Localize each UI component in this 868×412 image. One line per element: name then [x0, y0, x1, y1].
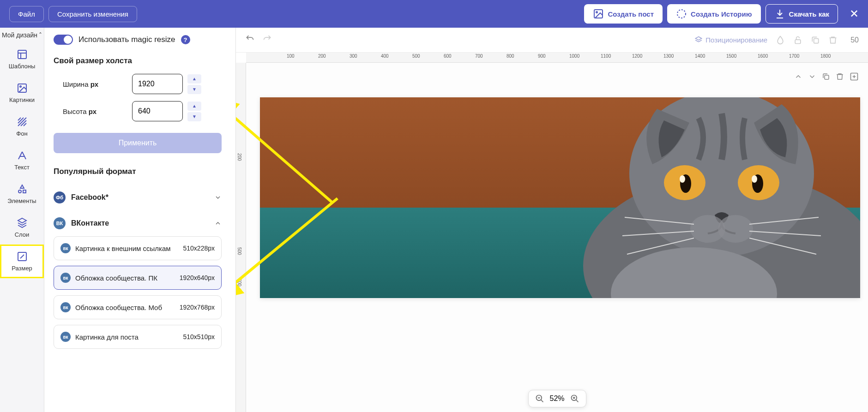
preset-dims: 1920x768px: [180, 304, 215, 311]
left-sidebar: Мой дизайн ˄ Шаблоны Картинки Фон Текст …: [0, 28, 44, 412]
add-page-icon[interactable]: [850, 72, 859, 81]
width-label: Ширина px: [54, 80, 127, 88]
vk-icon: вк: [60, 243, 71, 253]
duplicate-icon[interactable]: [822, 72, 830, 81]
hatch-icon: [17, 116, 28, 127]
zoom-in-icon[interactable]: [570, 394, 579, 403]
svg-rect-10: [814, 38, 819, 43]
height-input[interactable]: [132, 101, 183, 121]
preset-dims: 510x510px: [183, 333, 215, 340]
nav-size[interactable]: Размер: [0, 245, 44, 278]
redo-icon[interactable]: [263, 36, 272, 45]
nav-templates[interactable]: Шаблоны: [0, 42, 44, 76]
svg-point-2: [677, 10, 686, 18]
width-input[interactable]: [132, 74, 183, 94]
download-icon: [774, 8, 785, 19]
design-label[interactable]: Мой дизайн ˄: [0, 28, 44, 42]
help-icon[interactable]: ?: [181, 35, 190, 44]
svg-rect-7: [23, 190, 26, 193]
svg-rect-3: [18, 50, 26, 59]
positioning-button[interactable]: Позиционирование: [694, 36, 767, 44]
width-down-button[interactable]: ▼: [187, 85, 201, 94]
preset-dims: 510x228px: [183, 245, 215, 252]
download-button[interactable]: Скачать как: [766, 4, 838, 24]
vk-icon: ВК: [54, 217, 66, 229]
chevron-up-icon: ˄: [39, 31, 42, 39]
page-up-icon[interactable]: [794, 72, 802, 81]
page-down-icon[interactable]: [808, 72, 816, 81]
images-icon: [17, 83, 28, 94]
zoom-widget: 52%: [528, 390, 586, 407]
preset-name: Картинка к внешним ссылкам: [75, 245, 178, 252]
nav-background[interactable]: Фон: [0, 110, 44, 143]
svg-point-5: [20, 86, 21, 87]
platform-vk[interactable]: ВК ВКонтакте: [54, 210, 222, 236]
preset-item[interactable]: вк Картинка для поста 510x510px: [54, 325, 222, 349]
platform-facebook[interactable]: Фб Facebook*: [54, 185, 222, 210]
preset-name: Картинка для поста: [75, 333, 178, 341]
svg-point-19: [680, 175, 685, 183]
svg-point-1: [596, 12, 597, 13]
zoom-reset[interactable]: 50: [850, 36, 859, 44]
magic-resize-label: Использовать magic resize: [78, 35, 175, 44]
layers-icon: [694, 36, 703, 44]
resize-icon: [17, 251, 28, 262]
preset-item[interactable]: вк Обложка сообщества. ПК 1920x640px: [54, 266, 222, 290]
image-icon: [593, 8, 604, 19]
apply-button[interactable]: Применить: [54, 133, 222, 153]
undo-icon[interactable]: [245, 36, 254, 45]
preset-name: Обложка сообщества. ПК: [75, 274, 175, 282]
close-icon[interactable]: ✕: [850, 7, 859, 20]
preset-item[interactable]: вк Картинка к внешним ссылкам 510x228px: [54, 236, 222, 260]
story-icon: [676, 8, 687, 19]
width-up-button[interactable]: ▲: [187, 74, 201, 84]
nav-elements[interactable]: Элементы: [0, 177, 44, 211]
vk-icon: вк: [60, 332, 71, 342]
height-up-button[interactable]: ▲: [187, 102, 201, 111]
artboard[interactable]: [260, 97, 860, 298]
preset-name: Обложка сообщества. Моб: [75, 304, 175, 311]
preset-dims: 1920x640px: [180, 274, 215, 281]
nav-text[interactable]: Текст: [0, 143, 44, 177]
drop-icon[interactable]: [776, 36, 785, 45]
ruler-horizontal: 1002003004005006007008009001000110012001…: [246, 53, 868, 63]
file-button[interactable]: Файл: [9, 6, 44, 22]
canvas-area: Позиционирование 50 10020030040050060070…: [236, 28, 868, 412]
save-button[interactable]: Сохранить изменения: [48, 6, 137, 22]
height-label: Высота px: [54, 107, 127, 115]
svg-point-6: [18, 190, 21, 193]
trash-icon[interactable]: [828, 36, 838, 45]
fb-icon: Фб: [54, 191, 66, 203]
zoom-out-icon[interactable]: [535, 394, 544, 403]
svg-rect-9: [795, 40, 801, 43]
shapes-icon: [17, 184, 28, 195]
preset-item[interactable]: вк Обложка сообщества. Моб 1920x768px: [54, 295, 222, 319]
canvas-size-title: Свой размер холста: [54, 56, 222, 66]
popular-format-title: Популярный формат: [54, 167, 222, 176]
create-story-button[interactable]: Создать Историю: [667, 4, 760, 24]
cat-image: [500, 97, 860, 298]
copy-icon[interactable]: [811, 36, 820, 45]
svg-rect-11: [825, 75, 829, 79]
nav-layers[interactable]: Слои: [0, 211, 44, 245]
delete-page-icon[interactable]: [836, 72, 844, 81]
chevron-down-icon: [214, 194, 222, 201]
size-panel: Использовать magic resize ? Свой размер …: [44, 28, 236, 412]
layers-icon: [17, 217, 28, 228]
chevron-up-icon: [214, 220, 222, 227]
vk-icon: вк: [60, 302, 71, 312]
templates-icon: [17, 49, 28, 60]
create-post-button[interactable]: Создать пост: [584, 4, 663, 24]
magic-resize-toggle[interactable]: [54, 35, 73, 45]
height-down-button[interactable]: ▼: [187, 112, 201, 121]
vk-icon: вк: [60, 273, 71, 283]
canvas-toolbar: Позиционирование 50: [236, 28, 868, 53]
svg-point-20: [752, 175, 757, 183]
topbar: Файл Сохранить изменения Создать пост Со…: [0, 0, 868, 28]
ruler-vertical: 200500600: [236, 63, 246, 412]
lock-icon[interactable]: [793, 36, 802, 45]
svg-point-22: [718, 215, 753, 243]
zoom-value: 52%: [549, 394, 564, 403]
workspace[interactable]: 52%: [246, 63, 868, 412]
nav-images[interactable]: Картинки: [0, 76, 44, 110]
